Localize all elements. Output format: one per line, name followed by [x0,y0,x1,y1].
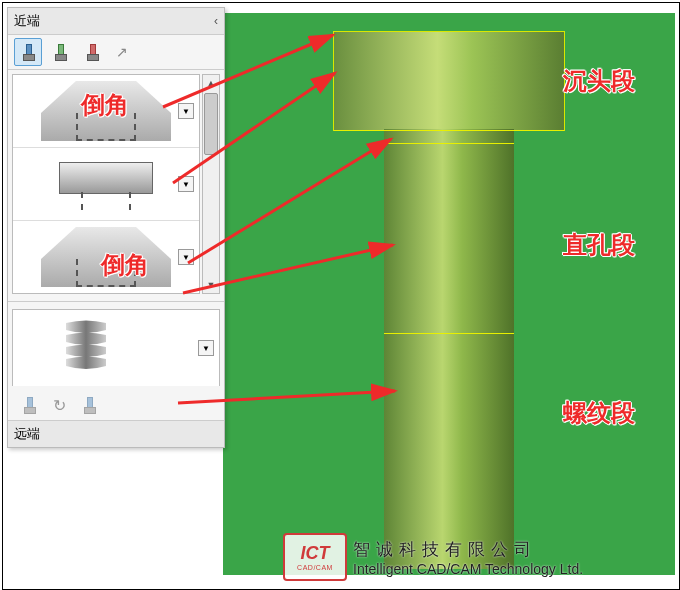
logo-badge: ICT CAD/CAM [283,533,347,581]
segment-dropdown[interactable]: ▼ [178,103,194,119]
tool-add-segment[interactable] [18,394,40,416]
segment-dropdown[interactable]: ▼ [198,340,214,356]
hole-counterbore-head [333,31,565,131]
scroll-down-icon[interactable]: ▼ [203,277,219,293]
annotation-straight-section: 直孔段 [563,229,635,261]
logo-abbr: ICT [301,543,330,564]
logo-company-cn: 智诚科技有限公司 [353,538,583,561]
segment-type-toolbar: ↗ [8,35,224,70]
bottom-toolbar: ↻ [8,390,224,420]
segment-dropdown[interactable]: ▼ [178,176,194,192]
watermark-logo: ICT CAD/CAM 智诚科技有限公司 Intelligent CAD/CAM… [283,533,583,581]
cad-viewport[interactable] [223,13,675,575]
segment-scrollbar[interactable]: ▲ ▼ [202,74,220,294]
counterbore-icon [41,154,171,214]
highlight-line [334,130,564,131]
segment-counterbore[interactable]: ▼ [13,148,199,221]
collapse-icon[interactable]: ‹ [214,14,218,28]
annotation-chamfer-2: 倒角 [101,249,149,281]
segment-thread[interactable]: ▼ [12,309,220,386]
reverse-arrow-icon: ↗ [116,44,132,60]
segment-dropdown[interactable]: ▼ [178,249,194,265]
thread-icon [51,318,181,378]
panel-header-far[interactable]: 远端 [8,420,224,447]
tool-delete[interactable] [78,38,106,66]
logo-company-en: Intelligent CAD/CAM Technology Ltd. [353,561,583,577]
annotation-counterbore-section: 沉头段 [563,65,635,97]
logo-sub: CAD/CAM [297,564,333,571]
tool-flip[interactable]: ↻ [48,394,70,416]
panel-header-near[interactable]: 近端 ‹ [8,8,224,35]
annotation-thread-section: 螺纹段 [563,397,635,429]
panel-footer-label: 远端 [14,425,40,443]
tool-reverse[interactable]: ↗ [110,38,138,66]
end-segment-container: ▼ [8,305,224,390]
annotation-chamfer-1: 倒角 [81,89,129,121]
hole-wizard-panel: 近端 ‹ ↗ ▼ ▼ ▼ [7,7,225,448]
tool-remove-segment[interactable] [78,394,100,416]
divider [8,301,224,302]
tool-counterbore[interactable] [14,38,42,66]
highlight-line [384,143,514,144]
tool-countersink[interactable] [46,38,74,66]
highlight-line [384,333,514,334]
hole-body [384,129,514,569]
app-frame: 近端 ‹ ↗ ▼ ▼ ▼ [2,2,680,590]
scroll-track[interactable] [203,91,219,277]
panel-title: 近端 [14,12,40,30]
scroll-up-icon[interactable]: ▲ [203,75,219,91]
scroll-thumb[interactable] [204,93,218,155]
